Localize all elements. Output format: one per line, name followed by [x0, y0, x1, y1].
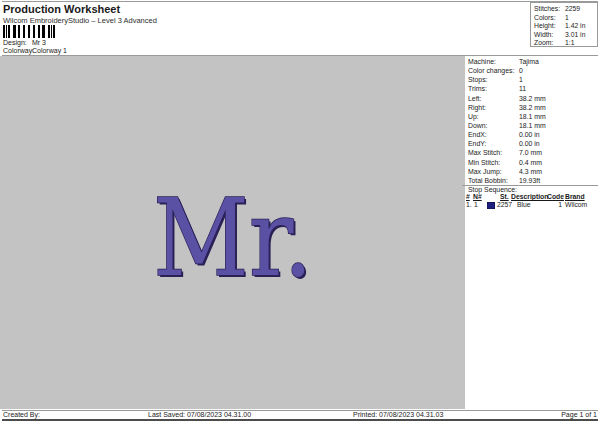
- thread-color-swatch: [487, 202, 495, 209]
- summary-row-stitches: Stitches:2259: [534, 5, 597, 14]
- design-canvas: Mr. Mr.: [0, 56, 465, 409]
- detail-label: Min Stitch:: [468, 158, 519, 167]
- detail-value: 0.00 in: [519, 140, 540, 147]
- column-header-num: #: [466, 193, 470, 200]
- summary-label: Height:: [534, 22, 565, 31]
- detail-value: 0: [519, 67, 523, 74]
- page-title: Production Worksheet: [3, 3, 120, 15]
- detail-row-endx: EndX:0.00 in: [468, 130, 596, 139]
- detail-value: 0.4 mm: [519, 159, 542, 166]
- stop-row-num: 1.: [466, 201, 472, 208]
- detail-label: Left:: [468, 94, 519, 103]
- stop-row-description: Blue: [517, 201, 531, 208]
- detail-label: Max Jump:: [468, 167, 519, 176]
- column-header-stitches: St.: [500, 193, 509, 200]
- detail-row-machine: Machine:Tajima: [468, 57, 596, 66]
- thread-color-swatch-rect: [487, 202, 495, 209]
- detail-value: 38.2 mm: [519, 104, 546, 111]
- detail-row-max-stitch: Max Stitch:7.0 mm: [468, 148, 596, 157]
- detail-label: Machine:: [468, 57, 519, 66]
- summary-label: Stitches:: [534, 5, 565, 14]
- detail-value: 38.2 mm: [519, 95, 546, 102]
- stop-row-stitches: 2257: [497, 201, 512, 208]
- detail-label: EndX:: [468, 130, 519, 139]
- footer-page-number: Page 1 of 1: [561, 411, 597, 418]
- app-subtitle: Wilcom EmbroideryStudio – Level 3 Advanc…: [3, 16, 157, 25]
- stop-row-needle: 1: [474, 201, 478, 208]
- summary-value: 2259: [565, 5, 580, 12]
- detail-row-min-stitch: Min Stitch:0.4 mm: [468, 158, 596, 167]
- detail-label: Trims:: [468, 84, 519, 93]
- detail-row-total-bobbin: Total Bobbin:19.93ft: [468, 176, 596, 185]
- detail-row-endy: EndY:0.00 in: [468, 139, 596, 148]
- summary-value: 1:1: [565, 39, 574, 46]
- detail-row-stops: Stops:1: [468, 75, 596, 84]
- detail-row-trims: Trims:11: [468, 84, 596, 93]
- detail-label: EndY:: [468, 139, 519, 148]
- footer-last-saved: Last Saved: 07/08/2023 04.31.00: [148, 411, 251, 418]
- top-rule: [2, 1, 598, 2]
- detail-value: 1: [519, 76, 523, 83]
- detail-label: Up:: [468, 112, 519, 121]
- detail-row-right: Right:38.2 mm: [468, 103, 596, 112]
- detail-row-color-changes: Color changes:0: [468, 66, 596, 75]
- summary-label: Width:: [534, 31, 565, 40]
- design-summary-box: Stitches:2259 Colors:1 Height:1.42 in Wi…: [530, 2, 598, 47]
- detail-label: Down:: [468, 121, 519, 130]
- summary-value: 1.42 in: [565, 22, 585, 29]
- footer-printed: Printed: 07/08/2023 04.31.03: [353, 411, 443, 418]
- detail-label: Total Bobbin:: [468, 176, 519, 185]
- stop-sequence-title: Stop Sequence:: [468, 186, 517, 193]
- detail-label: Right:: [468, 103, 519, 112]
- barcode-icon: [3, 25, 55, 38]
- detail-value: 11: [519, 85, 526, 92]
- colorway-row: Colorway: Colorway 1: [3, 47, 67, 54]
- design-value: Mr 3: [32, 39, 46, 46]
- stop-row-brand: Wilcom: [565, 201, 587, 208]
- production-worksheet-page: Production Worksheet Wilcom EmbroiderySt…: [0, 0, 600, 424]
- summary-value: 1: [565, 14, 569, 21]
- detail-value: 0.00 in: [519, 131, 540, 138]
- machine-details-panel: Machine:Tajima Color changes:0 Stops:1 T…: [468, 57, 596, 185]
- detail-row-left: Left:38.2 mm: [468, 94, 596, 103]
- detail-value: 4.3 mm: [519, 168, 542, 175]
- footer-created-by: Created By:: [3, 411, 40, 418]
- summary-row-zoom: Zoom:1:1: [534, 39, 597, 48]
- detail-label: Max Stitch:: [468, 148, 519, 157]
- detail-value: 19.93ft: [519, 177, 540, 184]
- column-header-needle: N#: [473, 193, 482, 200]
- detail-value: 18.1 mm: [519, 122, 546, 129]
- footer-divider: [2, 410, 598, 411]
- detail-value: Tajima: [519, 58, 539, 65]
- column-header-code: Code: [547, 193, 564, 200]
- detail-label: Color changes:: [468, 66, 519, 75]
- summary-row-colors: Colors:1: [534, 14, 597, 23]
- summary-label: Colors:: [534, 14, 565, 23]
- colorway-label: Colorway:: [3, 47, 30, 54]
- summary-row-height: Height:1.42 in: [534, 22, 597, 31]
- summary-label: Zoom:: [534, 39, 565, 48]
- detail-row-max-jump: Max Jump:4.3 mm: [468, 167, 596, 176]
- summary-row-width: Width:3.01 in: [534, 31, 597, 40]
- embroidery-design: Mr. Mr.: [0, 56, 465, 409]
- design-name-row: Design: Mr 3: [3, 39, 46, 46]
- colorway-value: Colorway 1: [32, 47, 67, 54]
- design-text: Mr.: [153, 177, 313, 300]
- column-header-brand: Brand: [565, 193, 585, 200]
- detail-label: Stops:: [468, 75, 519, 84]
- design-label: Design:: [3, 39, 30, 46]
- footer-bottom-rule: [2, 419, 598, 421]
- summary-value: 3.01 in: [565, 31, 585, 38]
- detail-row-down: Down:18.1 mm: [468, 121, 596, 130]
- stop-row-code: 1: [547, 201, 562, 208]
- detail-value: 18.1 mm: [519, 113, 546, 120]
- detail-row-up: Up:18.1 mm: [468, 112, 596, 121]
- column-header-description: Description: [511, 193, 548, 200]
- detail-value: 7.0 mm: [519, 149, 542, 156]
